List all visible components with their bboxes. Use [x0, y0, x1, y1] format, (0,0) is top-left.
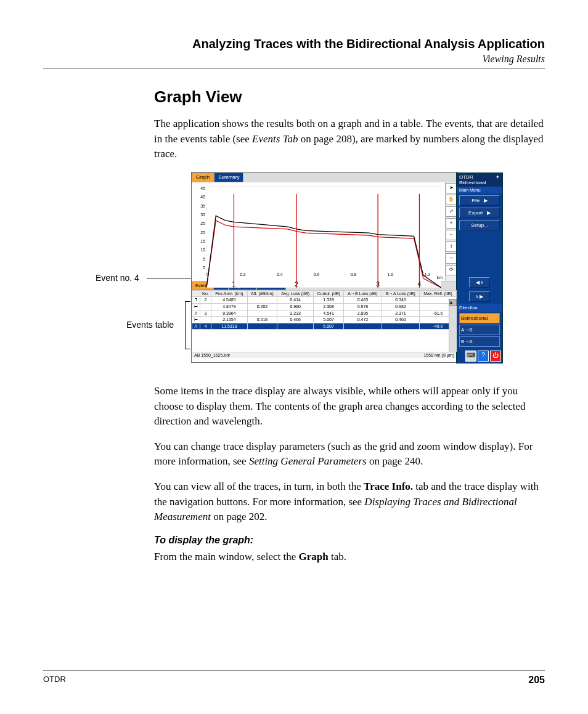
text: You can view all of the traces, in turn,… [154, 481, 364, 492]
text: tab. [329, 551, 346, 562]
procedure-step: From the main window, select the Graph t… [154, 550, 545, 565]
svg-text:3: 3 [376, 280, 380, 287]
app-title: OTDR Bidirectional [459, 174, 496, 185]
lambda-next-button[interactable]: λ ▶ [469, 291, 490, 302]
procedure-heading: To display the graph: [154, 535, 545, 546]
section-name: Viewing Results [43, 54, 545, 65]
scrollbar[interactable]: ▴ [449, 299, 457, 352]
svg-text:1: 1 [232, 280, 236, 287]
logo-icon: ✦ [496, 174, 500, 185]
chart-toolstrip: ➤ ✋ ⤢ ＋ － ↕ ↔ ⟳ [445, 182, 457, 281]
screenshot-figure: Event no. 4 Events table Distance units … [154, 172, 545, 369]
ui-ref-trace-info: Trace Info. [364, 481, 413, 492]
footer-product: OTDR [43, 675, 66, 686]
xref-general-params: Setting General Parameters [249, 455, 367, 467]
help-icon[interactable]: ? [478, 351, 489, 362]
callout-bracket [185, 301, 190, 349]
x-axis-ticks: 00.20.40.60.81.01.2 [206, 272, 430, 280]
zoom-all-icon[interactable]: ⤢ [446, 206, 457, 217]
intro-paragraph: The application shows the results both o… [154, 116, 545, 162]
file-label: File [472, 198, 480, 203]
events-table[interactable]: No.Pos./Len. (km)Att. (dB/km)Avg. Loss (… [192, 290, 457, 330]
zoom-x-icon[interactable]: ↔ [446, 253, 457, 264]
export-button[interactable]: Export ▶ [459, 208, 500, 218]
zoom-out-icon[interactable]: － [446, 230, 457, 240]
chapter-title: Analyzing Traces with the Bidirectional … [43, 37, 545, 51]
text: on page 202. [211, 511, 267, 522]
direction-label: Direction [457, 304, 502, 312]
export-label: Export [468, 210, 483, 216]
svg-text:2: 2 [295, 280, 298, 287]
y-axis-ticks: 454035302520151050 [193, 186, 205, 270]
status-wavelength: 1550 nm (9 µm) [423, 353, 454, 357]
status-bar: AB 1550_1625.bdr 1550 nm (9 µm) [192, 352, 457, 358]
keyboard-icon[interactable]: ⌨ [465, 351, 476, 362]
hand-tool-icon[interactable]: ✋ [446, 195, 457, 205]
table-row[interactable]: Л411.53185.007-49.9 [192, 323, 457, 329]
page-footer: OTDR 205 [43, 670, 545, 686]
scroll-up-icon[interactable]: ▴ [449, 299, 457, 306]
setup-button[interactable]: Setup... [459, 220, 500, 230]
svg-text:4: 4 [418, 280, 422, 287]
header-rule [43, 68, 545, 69]
x-axis-unit: km [437, 275, 443, 280]
direction-ab-button[interactable]: A→B [459, 325, 500, 335]
direction-bidirectional-button[interactable]: Bidirectional [459, 313, 500, 323]
table-row[interactable]: ⅂24.54850.4141.3280.4830.345 [192, 296, 457, 303]
zoom-reset-icon[interactable]: ⟳ [446, 265, 457, 275]
body-paragraph: You can view all of the traces, in turn,… [154, 479, 545, 525]
status-filename: AB 1550_1625.bdr [194, 353, 230, 357]
file-button[interactable]: File ▶ [459, 195, 500, 206]
table-row[interactable]: ⊢2.13540.2180.4665.0070.4720.460 [192, 316, 457, 323]
table-row[interactable]: ⊢4.84790.2020.9802.3080.9780.982 [192, 303, 457, 310]
table-row[interactable]: Л39.39642.2334.5412.0952.371-61.6 [192, 310, 457, 316]
zoom-in-icon[interactable]: ＋ [446, 218, 457, 229]
body-paragraph: You can change trace display parameters … [154, 439, 545, 469]
pointer-tool-icon[interactable]: ➤ [446, 183, 457, 193]
top-tabs: Graph Summary [192, 172, 457, 182]
zoom-y-icon[interactable]: ↕ [446, 241, 457, 252]
xref-events-tab: Events Tab [252, 133, 298, 145]
direction-ba-button[interactable]: B→A [459, 336, 500, 347]
tab-summary[interactable]: Summary [214, 172, 243, 182]
ui-ref-graph-tab: Graph [299, 551, 329, 562]
lambda-prev-button[interactable]: ◀ λ [469, 277, 490, 288]
side-panel: OTDR Bidirectional ✦ Main Menu File ▶ Ex… [456, 172, 503, 363]
page-title: Graph View [154, 87, 545, 107]
app-title-bar: OTDR Bidirectional ✦ [457, 173, 502, 187]
close-icon[interactable]: ⏻ [490, 351, 501, 362]
footer-page-number: 205 [528, 675, 545, 686]
text: on page 240. [367, 455, 423, 467]
text: From the main window, select the [154, 551, 299, 562]
callout-event-4: Event no. 4 [96, 273, 139, 283]
body-paragraph: Some items in the trace display are alwa… [154, 384, 545, 429]
app-screenshot: OTDR Bidirectional ✦ Main Menu File ▶ Ex… [191, 172, 457, 363]
chart-area[interactable]: 1550 nm (9 µm) [192, 182, 445, 281]
tab-graph[interactable]: Graph [192, 172, 214, 182]
callout-events-table: Events table [126, 320, 174, 330]
main-menu-label: Main Menu [457, 187, 502, 193]
